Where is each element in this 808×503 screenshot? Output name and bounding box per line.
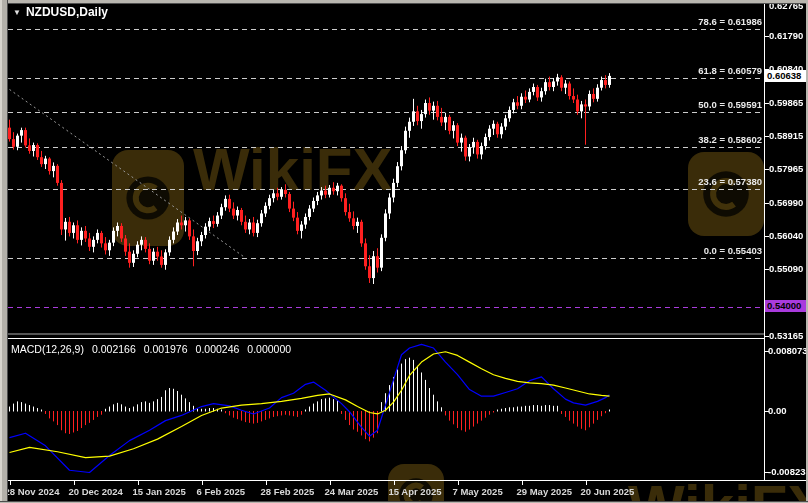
chart-canvas[interactable]	[0, 0, 808, 503]
window-frame-top	[0, 0, 808, 4]
window-frame-left	[0, 0, 8, 503]
mt4-chart-window: ▼ NZDUSD,Daily MACD(12,26,9) 0.0021660.0…	[0, 0, 808, 503]
